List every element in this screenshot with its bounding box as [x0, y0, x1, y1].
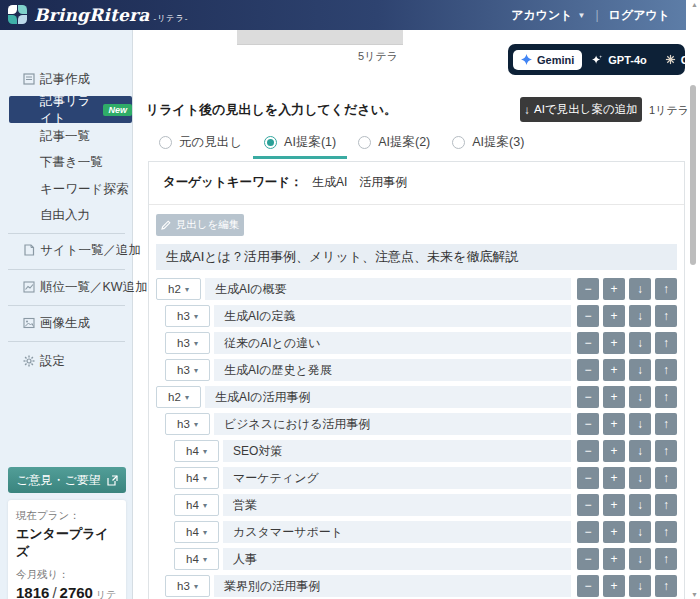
remove-heading-button[interactable]: −	[577, 359, 599, 381]
heading-level-select[interactable]: h3▾	[165, 305, 210, 327]
sidebar-item-image-generate[interactable]: 画像生成	[0, 313, 133, 333]
add-heading-button[interactable]: +	[603, 467, 625, 489]
heading-text-input[interactable]: 業界別の活用事例	[214, 575, 571, 597]
move-down-button[interactable]: ↓	[629, 521, 651, 543]
logout-link[interactable]: ログアウト	[609, 7, 670, 24]
model-chip-gemini[interactable]: Gemini	[513, 50, 582, 70]
move-up-button[interactable]: ↑	[655, 305, 677, 327]
move-down-button[interactable]: ↓	[629, 305, 651, 327]
add-heading-button[interactable]: +	[603, 386, 625, 408]
remove-heading-button[interactable]: −	[577, 467, 599, 489]
heading-level-select[interactable]: h4▾	[174, 548, 219, 570]
move-down-button[interactable]: ↓	[629, 575, 651, 597]
heading-level-select[interactable]: h3▾	[165, 359, 210, 381]
ai-add-headings-button[interactable]: ↓ AIで見出し案の追加	[520, 97, 642, 122]
scrollbar-thumb[interactable]	[690, 85, 696, 265]
tab-original-headings[interactable]: 元の見出し	[148, 128, 253, 159]
add-heading-button[interactable]: +	[603, 359, 625, 381]
remove-heading-button[interactable]: −	[577, 332, 599, 354]
move-up-button[interactable]: ↑	[655, 494, 677, 516]
model-chip-gpt4o[interactable]: GPT-4o	[584, 50, 655, 70]
heading-level-select[interactable]: h2▾	[156, 278, 201, 300]
move-down-button[interactable]: ↓	[629, 332, 651, 354]
heading-text-input[interactable]: 生成AIの定義	[214, 305, 571, 327]
heading-text-input[interactable]: 営業	[223, 494, 571, 516]
scrollbar-up-arrow[interactable]: ▲	[691, 1, 698, 8]
move-up-button[interactable]: ↑	[655, 521, 677, 543]
tab-ai-suggestion-1[interactable]: AI提案(1)	[253, 128, 347, 159]
add-heading-button[interactable]: +	[603, 521, 625, 543]
move-up-button[interactable]: ↑	[655, 359, 677, 381]
move-down-button[interactable]: ↓	[629, 359, 651, 381]
edit-headings-button[interactable]: 見出しを編集	[156, 214, 244, 236]
heading-text-input[interactable]: 人事	[223, 548, 571, 570]
move-down-button[interactable]: ↓	[629, 467, 651, 489]
scrollbar-down-arrow[interactable]: ▼	[691, 591, 698, 598]
heading-level-select[interactable]: h3▾	[165, 413, 210, 435]
move-down-button[interactable]: ↓	[629, 278, 651, 300]
move-down-button[interactable]: ↓	[629, 413, 651, 435]
remove-heading-button[interactable]: −	[577, 521, 599, 543]
move-up-button[interactable]: ↑	[655, 413, 677, 435]
move-down-button[interactable]: ↓	[629, 494, 651, 516]
heading-text-input[interactable]: 生成AIの歴史と発展	[214, 359, 571, 381]
feedback-button[interactable]: ご意見・ご要望	[8, 467, 126, 493]
heading-text-input[interactable]: 生成AIの概要	[205, 278, 571, 300]
tab-ai-suggestion-3[interactable]: AI提案(3)	[441, 128, 535, 159]
heading-text-input[interactable]: カスタマーサポート	[223, 521, 571, 543]
move-up-button[interactable]: ↑	[655, 575, 677, 597]
add-heading-button[interactable]: +	[603, 278, 625, 300]
sidebar-item-rank-list[interactable]: 順位一覧／KW追加	[0, 277, 133, 297]
add-heading-button[interactable]: +	[603, 494, 625, 516]
move-down-button[interactable]: ↓	[629, 440, 651, 462]
remove-heading-button[interactable]: −	[577, 575, 599, 597]
remove-heading-button[interactable]: −	[577, 440, 599, 462]
sidebar-item-settings[interactable]: 設定	[0, 351, 133, 371]
sidebar-item-site-list[interactable]: サイト一覧／追加	[0, 240, 133, 260]
remove-heading-button[interactable]: −	[577, 494, 599, 516]
sidebar-item-free-input[interactable]: 自由入力	[0, 205, 133, 225]
move-up-button[interactable]: ↑	[655, 467, 677, 489]
heading-level-select[interactable]: h3▾	[165, 575, 210, 597]
heading-row-actions: −+↓↑	[577, 548, 677, 570]
move-up-button[interactable]: ↑	[655, 386, 677, 408]
move-up-button[interactable]: ↑	[655, 548, 677, 570]
heading-level-select[interactable]: h2▾	[156, 386, 201, 408]
sidebar-item-keyword-search[interactable]: キーワード探索	[0, 179, 133, 199]
account-menu[interactable]: アカウント ▼	[511, 7, 585, 24]
remove-heading-button[interactable]: −	[577, 413, 599, 435]
heading-text-input[interactable]: ビジネスにおける活用事例	[214, 413, 571, 435]
add-heading-button[interactable]: +	[603, 413, 625, 435]
add-heading-button[interactable]: +	[603, 548, 625, 570]
sidebar-item-article-rewrite[interactable]: 記事リライト New	[9, 96, 132, 123]
heading-level-select[interactable]: h3▾	[165, 332, 210, 354]
sidebar-item-drafts[interactable]: 下書き一覧	[0, 152, 133, 172]
move-down-button[interactable]: ↓	[629, 386, 651, 408]
add-heading-button[interactable]: +	[603, 332, 625, 354]
remove-heading-button[interactable]: −	[577, 548, 599, 570]
move-up-button[interactable]: ↑	[655, 278, 677, 300]
heading-text-input[interactable]: マーケティング	[223, 467, 571, 489]
add-heading-button[interactable]: +	[603, 440, 625, 462]
move-up-button[interactable]: ↑	[655, 440, 677, 462]
heading-level-select[interactable]: h4▾	[174, 494, 219, 516]
heading-level-select[interactable]: h4▾	[174, 521, 219, 543]
scrolled-partial-button[interactable]	[237, 30, 403, 45]
heading-text-input[interactable]: SEO対策	[223, 440, 571, 462]
move-down-button[interactable]: ↓	[629, 548, 651, 570]
sidebar-item-article-list[interactable]: 記事一覧	[0, 126, 133, 146]
remove-heading-button[interactable]: −	[577, 386, 599, 408]
move-up-button[interactable]: ↑	[655, 332, 677, 354]
model-chip-claude[interactable]: Claude	[657, 50, 700, 70]
heading-level-select[interactable]: h4▾	[174, 440, 219, 462]
chevron-down-icon: ▾	[194, 420, 198, 429]
heading-level-select[interactable]: h4▾	[174, 467, 219, 489]
tab-ai-suggestion-2[interactable]: AI提案(2)	[347, 128, 441, 159]
remove-heading-button[interactable]: −	[577, 278, 599, 300]
add-heading-button[interactable]: +	[603, 575, 625, 597]
remove-heading-button[interactable]: −	[577, 305, 599, 327]
sidebar-item-article-create[interactable]: 記事作成	[0, 69, 133, 89]
add-heading-button[interactable]: +	[603, 305, 625, 327]
heading-text-input[interactable]: 従来のAIとの違い	[214, 332, 571, 354]
heading-text-input[interactable]: 生成AIの活用事例	[205, 386, 571, 408]
